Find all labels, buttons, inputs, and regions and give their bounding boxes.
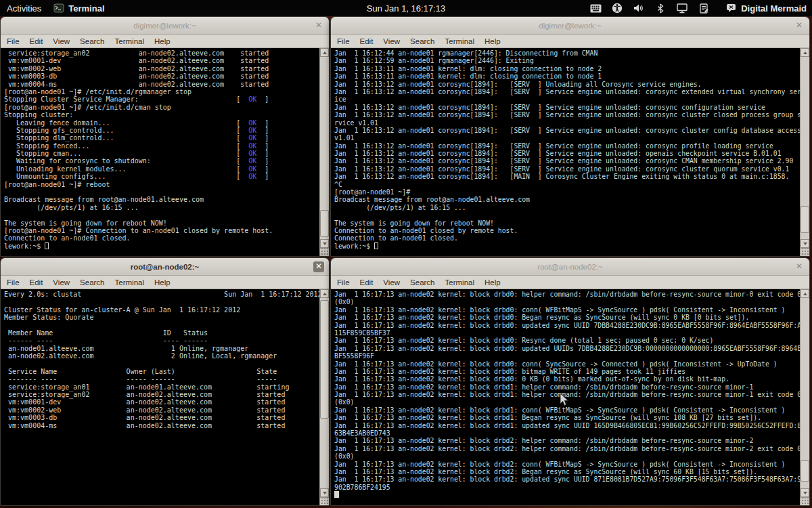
menu-item-edit[interactable]: Edit bbox=[30, 37, 43, 45]
scrollbar[interactable] bbox=[800, 48, 809, 256]
menu-item-help[interactable]: Help bbox=[154, 278, 171, 287]
scrollbar-thumb[interactable] bbox=[800, 460, 809, 482]
terminal-line: Stopping cluster: bbox=[4, 111, 319, 119]
close-icon[interactable]: ✕ bbox=[794, 261, 805, 272]
window-titlebar[interactable]: digimer@lework:~ ✕ bbox=[331, 17, 809, 35]
display-icon[interactable] bbox=[676, 2, 688, 14]
terminal-line: Jan 1 16:12:44 an-node01 rgmanager[2446]… bbox=[334, 49, 800, 57]
terminal-line: Member Status: Quorate bbox=[4, 314, 319, 321]
terminal-line: Jan 1 16:17:13 an-node02 kernel: block d… bbox=[334, 406, 800, 414]
ok-status: OK bbox=[248, 165, 256, 173]
user-menu[interactable]: Digital Mermaid bbox=[726, 3, 807, 14]
terminal-line: [root@an-node01 ~]# Connection to an-nod… bbox=[4, 227, 319, 234]
terminal-window-bottom-right: root@an-node02:~ ✕ FileEditViewSearchTer… bbox=[330, 257, 810, 506]
terminal-line bbox=[4, 188, 319, 196]
terminal-line: [root@an-node01 ~]# reboot bbox=[4, 181, 319, 188]
terminal-line: vm:vm0004-ms an-node02.alteeve.com start… bbox=[4, 422, 319, 429]
terminal-line: Every 2.0s: clustat Sun Jan 1 16:17:12 2… bbox=[4, 291, 319, 298]
top-bar-left: Activities Terminal bbox=[0, 3, 105, 14]
scroll-down-icon[interactable] bbox=[320, 488, 329, 497]
terminal-output[interactable]: Every 2.0s: clustat Sun Jan 1 16:17:12 2… bbox=[1, 289, 319, 505]
resize-grip[interactable] bbox=[800, 497, 809, 505]
menu-item-terminal[interactable]: Terminal bbox=[445, 278, 474, 287]
keyboard-icon[interactable] bbox=[589, 2, 602, 14]
menu-item-file[interactable]: File bbox=[7, 37, 20, 45]
activities-button[interactable]: Activities bbox=[7, 3, 41, 14]
menu-item-edit[interactable]: Edit bbox=[360, 37, 374, 45]
menu-item-help[interactable]: Help bbox=[484, 278, 501, 287]
terminal-line: v1.01 bbox=[334, 134, 800, 142]
terminal-line: service:storage_an02 an-node02.alteeve.c… bbox=[4, 49, 319, 57]
window-titlebar[interactable]: digimer@lework:~ ✕ bbox=[1, 17, 329, 35]
terminal-output[interactable]: service:storage_an02 an-node02.alteeve.c… bbox=[1, 48, 319, 256]
terminal-cursor bbox=[45, 242, 49, 249]
scrollbar-thumb[interactable] bbox=[320, 210, 329, 237]
terminal-line: Stopping gfs_controld... [ OK ] bbox=[4, 127, 319, 134]
terminal-content: Jan 1 16:12:44 an-node01 rgmanager[2446]… bbox=[331, 48, 809, 256]
terminal-line: rvice v1.01 bbox=[334, 119, 800, 127]
menu-item-help[interactable]: Help bbox=[484, 37, 501, 45]
scroll-up-icon[interactable] bbox=[800, 48, 809, 57]
scrollbar[interactable] bbox=[319, 48, 329, 256]
terminal-line: Stopping cman... [ OK ] bbox=[4, 150, 319, 157]
menu-item-help[interactable]: Help bbox=[154, 37, 171, 45]
menu-item-edit[interactable]: Edit bbox=[360, 278, 374, 287]
menu-item-view[interactable]: View bbox=[53, 37, 70, 45]
menu-item-view[interactable]: View bbox=[383, 37, 400, 45]
close-icon[interactable]: ✕ bbox=[313, 261, 324, 272]
terminal-line: Jan 1 16:13:12 an-node01 corosync[1894]:… bbox=[334, 157, 800, 165]
app-menu[interactable]: Terminal bbox=[53, 3, 104, 14]
clipboard-icon[interactable] bbox=[698, 2, 710, 14]
scrollbar-thumb[interactable] bbox=[800, 206, 809, 233]
ok-status: OK bbox=[248, 142, 256, 150]
menu-item-view[interactable]: View bbox=[383, 278, 400, 287]
scroll-down-icon[interactable] bbox=[800, 488, 809, 497]
terminal-line: service:storage_an02 an-node02.alteeve.c… bbox=[4, 391, 319, 398]
menu-item-terminal[interactable]: Terminal bbox=[445, 37, 474, 45]
terminal-line: vm:vm0003-db an-node02.alteeve.com start… bbox=[4, 72, 319, 80]
scrollbar[interactable] bbox=[800, 289, 809, 505]
resize-grip[interactable] bbox=[320, 248, 329, 256]
terminal-cursor bbox=[334, 491, 339, 498]
terminal-line: The system is going down for reboot NOW! bbox=[334, 219, 800, 227]
accessibility-icon[interactable] bbox=[611, 2, 623, 14]
terminal-line: Jan 1 16:17:13 an-node02 kernel: block d… bbox=[334, 375, 800, 383]
terminal-line: lework:~$ bbox=[334, 242, 800, 250]
menu-item-file[interactable]: File bbox=[337, 278, 350, 287]
scrollbar[interactable] bbox=[319, 289, 329, 505]
resize-grip[interactable] bbox=[800, 248, 809, 256]
bluetooth-icon[interactable] bbox=[654, 2, 667, 14]
terminal-line: Jan 1 16:17:13 an-node02 kernel: block d… bbox=[334, 414, 800, 421]
terminal-line: Jan 1 16:13:12 an-node01 corosync[1894]:… bbox=[334, 88, 800, 96]
window-titlebar[interactable]: root@an-node02:~ ✕ bbox=[1, 258, 329, 276]
menu-item-edit[interactable]: Edit bbox=[30, 278, 43, 287]
menu-item-search[interactable]: Search bbox=[410, 278, 434, 287]
menu-item-terminal[interactable]: Terminal bbox=[115, 278, 144, 287]
scroll-up-icon[interactable] bbox=[320, 48, 329, 57]
scroll-up-icon[interactable] bbox=[800, 289, 809, 298]
terminal-output[interactable]: Jan 1 16:12:44 an-node01 rgmanager[2446]… bbox=[331, 48, 800, 256]
scroll-down-icon[interactable] bbox=[800, 239, 809, 248]
scroll-down-icon[interactable] bbox=[320, 239, 329, 248]
scrollbar-thumb[interactable] bbox=[320, 300, 329, 419]
window-titlebar[interactable]: root@an-node02:~ ✕ bbox=[331, 258, 809, 276]
menu-item-view[interactable]: View bbox=[53, 278, 70, 287]
mouse-cursor bbox=[560, 393, 570, 407]
menu-item-file[interactable]: File bbox=[337, 37, 350, 45]
resize-grip[interactable] bbox=[320, 497, 329, 505]
menu-item-search[interactable]: Search bbox=[410, 37, 434, 45]
menu-item-file[interactable]: File bbox=[7, 278, 20, 287]
volume-icon[interactable] bbox=[633, 2, 645, 14]
menu-item-search[interactable]: Search bbox=[80, 37, 104, 45]
menu-item-terminal[interactable]: Terminal bbox=[115, 37, 144, 45]
scroll-up-icon[interactable] bbox=[320, 289, 329, 298]
terminal-line: Jan 1 16:17:13 an-node02 kernel: block d… bbox=[334, 461, 800, 468]
terminal-line: ice bbox=[334, 96, 800, 103]
close-icon[interactable]: ✕ bbox=[794, 20, 805, 31]
menu-item-search[interactable]: Search bbox=[80, 278, 104, 287]
close-icon[interactable]: ✕ bbox=[313, 20, 324, 31]
top-bar-status-area: Digital Mermaid bbox=[589, 2, 812, 14]
terminal-line: 63B4E3AB0ED743 bbox=[334, 429, 800, 437]
terminal-line: Broadcast message from root@an-node01.al… bbox=[4, 196, 319, 203]
terminal-line: (/dev/pts/1) at 16:15 ... bbox=[4, 204, 319, 211]
